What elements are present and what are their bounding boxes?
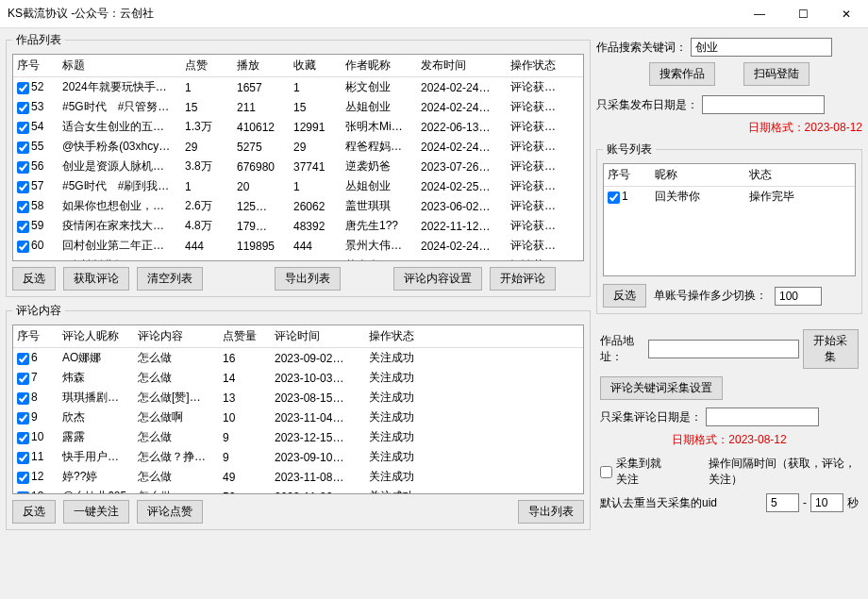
table-row[interactable]: 522024年就要玩快手…116571彬文创业2024-02-24…评论获… bbox=[13, 77, 583, 98]
column-header[interactable]: 点赞 bbox=[181, 55, 233, 77]
column-header[interactable]: 昵称 bbox=[651, 164, 745, 187]
clear-list-button[interactable]: 清空列表 bbox=[137, 267, 203, 291]
accounts-invert-button[interactable]: 反选 bbox=[603, 284, 646, 308]
column-header[interactable]: 评论人昵称 bbox=[58, 325, 134, 348]
interval-unit: 秒 bbox=[847, 495, 859, 511]
keyword-label: 作品搜索关键词： bbox=[596, 40, 687, 56]
row-checkbox[interactable] bbox=[17, 141, 29, 154]
publish-date-label: 只采集发布日期是： bbox=[596, 97, 698, 113]
table-row[interactable]: 53#5G时代 #只管努…1521115丛姐创业2024-02-24…评论获… bbox=[13, 97, 583, 117]
works-list-group: 作品列表 序号标题点赞播放收藏作者昵称发布时间操作状态 522024年就要玩快手… bbox=[6, 32, 591, 297]
column-header[interactable]: 点赞量 bbox=[219, 325, 271, 348]
comments-table-container[interactable]: 序号评论人昵称评论内容点赞量评论时间操作状态 6AO娜娜怎么做162023-09… bbox=[12, 324, 584, 494]
one-click-follow-button[interactable]: 一键关注 bbox=[63, 500, 129, 524]
table-row[interactable]: 56创业是资源人脉机…3.8万67698037741逆袭奶爸2023-07-26… bbox=[13, 157, 583, 176]
row-checkbox[interactable] bbox=[17, 353, 29, 365]
row-checkbox[interactable] bbox=[17, 181, 29, 193]
row-checkbox[interactable] bbox=[17, 221, 29, 233]
row-checkbox[interactable] bbox=[17, 491, 29, 494]
works-table-container[interactable]: 序号标题点赞播放收藏作者昵称发布时间操作状态 522024年就要玩快手…1165… bbox=[12, 54, 584, 261]
publish-date-input[interactable] bbox=[702, 95, 825, 114]
keyword-input[interactable] bbox=[691, 38, 832, 57]
table-row[interactable]: 55@快手粉条(03xhcy…29527529程爸程妈…2024-02-24…评… bbox=[13, 137, 583, 157]
follow-on-collect-checkbox[interactable]: 采集到就关注 bbox=[600, 456, 670, 488]
table-row[interactable]: 6AO娜娜怎么做162023-09-02…关注成功 bbox=[13, 348, 583, 369]
search-works-button[interactable]: 搜索作品 bbox=[649, 62, 715, 86]
accounts-table-container[interactable]: 序号昵称状态 1回关带你操作完毕 bbox=[603, 163, 856, 276]
column-header[interactable]: 操作状态 bbox=[365, 325, 583, 348]
table-row[interactable]: 10露露怎么做92023-12-15…关注成功 bbox=[13, 427, 583, 447]
row-checkbox[interactable] bbox=[17, 260, 29, 261]
column-header[interactable]: 序号 bbox=[604, 164, 651, 187]
interval-max-input[interactable] bbox=[810, 493, 843, 512]
window-title: KS截流协议 -公众号：云创社 bbox=[8, 6, 738, 22]
row-checkbox[interactable] bbox=[17, 161, 29, 174]
table-row[interactable]: 59疫情闲在家来找大…4.8万179…48392唐先生1??2022-11-12… bbox=[13, 216, 583, 236]
row-checkbox[interactable] bbox=[17, 392, 29, 405]
comments-list-legend: 评论内容 bbox=[12, 303, 65, 319]
table-row[interactable]: 8琪琪播剧…怎么做[赞]…132023-08-15…关注成功 bbox=[13, 388, 583, 408]
row-checkbox[interactable] bbox=[17, 432, 29, 444]
row-checkbox[interactable] bbox=[17, 412, 29, 424]
works-table: 序号标题点赞播放收藏作者昵称发布时间操作状态 522024年就要玩快手…1165… bbox=[13, 55, 583, 261]
comment-keyword-settings-button[interactable]: 评论关键词采集设置 bbox=[600, 376, 723, 400]
row-checkbox[interactable] bbox=[17, 452, 29, 464]
column-header[interactable]: 发布时间 bbox=[417, 55, 507, 77]
table-row[interactable]: 58如果你也想创业，…2.6万125…26062盖世琪琪2023-06-02…评… bbox=[13, 196, 583, 216]
table-row[interactable]: 12婷??婷怎么做492023-11-08…关注成功 bbox=[13, 467, 583, 487]
accounts-group: 账号列表 序号昵称状态 1回关带你操作完毕 反选 单账号操作多少切换： bbox=[596, 141, 862, 314]
table-row[interactable]: 9欣杰怎么做啊102023-11-04…关注成功 bbox=[13, 408, 583, 427]
switch-label: 单账号操作多少切换： bbox=[654, 288, 767, 304]
row-checkbox[interactable] bbox=[17, 201, 29, 213]
table-row[interactable]: 7炜森怎么做142023-10-03…关注成功 bbox=[13, 368, 583, 388]
interval-label: 操作间隔时间（获取，评论，关注） bbox=[709, 456, 859, 488]
works-list-legend: 作品列表 bbox=[12, 32, 65, 48]
comments-list-group: 评论内容 序号评论人昵称评论内容点赞量评论时间操作状态 6AO娜娜怎么做1620… bbox=[6, 303, 591, 530]
comment-date-input[interactable] bbox=[706, 408, 819, 426]
export-comments-button[interactable]: 导出列表 bbox=[518, 500, 584, 524]
table-row[interactable]: 1回关带你操作完毕 bbox=[604, 187, 855, 208]
table-row[interactable]: 61#农村创业好项目…1158511菌夫人2024-02-24…评论获… bbox=[13, 256, 583, 261]
column-header[interactable]: 状态 bbox=[745, 164, 855, 187]
column-header[interactable]: 操作状态 bbox=[507, 55, 583, 77]
row-checkbox[interactable] bbox=[17, 122, 29, 134]
column-header[interactable]: 序号 bbox=[13, 325, 58, 348]
column-header[interactable]: 序号 bbox=[13, 55, 58, 77]
column-header[interactable]: 标题 bbox=[58, 55, 181, 77]
scan-login-button[interactable]: 扫码登陆 bbox=[743, 62, 810, 86]
column-header[interactable]: 播放 bbox=[233, 55, 290, 77]
table-row[interactable]: 54适合女生创业的五…1.3万41061212991张明木Mi…2022-06-… bbox=[13, 117, 583, 137]
export-works-button[interactable]: 导出列表 bbox=[275, 267, 341, 291]
column-header[interactable]: 评论内容 bbox=[134, 325, 219, 348]
table-row[interactable]: 13@么妹儿605怎么做，562023-11-06…关注成功 bbox=[13, 487, 583, 494]
interval-min-input[interactable] bbox=[766, 493, 799, 512]
row-checkbox[interactable] bbox=[17, 102, 29, 114]
start-collect-button[interactable]: 开始采集 bbox=[803, 329, 859, 369]
work-addr-label: 作品地址： bbox=[600, 333, 644, 365]
table-row[interactable]: 11快手用户…怎么做？挣…92023-09-10…关注成功 bbox=[13, 447, 583, 467]
maximize-button[interactable]: ☐ bbox=[781, 0, 825, 28]
table-row[interactable]: 60回村创业第二年正…444119895444景州大伟…2024-02-24…评… bbox=[13, 236, 583, 256]
column-header[interactable]: 评论时间 bbox=[271, 325, 365, 348]
switch-count-input[interactable] bbox=[775, 287, 822, 306]
like-comments-button[interactable]: 评论点赞 bbox=[137, 500, 203, 524]
row-checkbox[interactable] bbox=[17, 82, 29, 94]
get-comments-button[interactable]: 获取评论 bbox=[63, 267, 129, 291]
publish-date-hint: 日期格式：2023-08-12 bbox=[748, 120, 862, 136]
works-invert-button[interactable]: 反选 bbox=[12, 267, 56, 291]
start-comment-button[interactable]: 开始评论 bbox=[490, 267, 556, 291]
comments-table: 序号评论人昵称评论内容点赞量评论时间操作状态 6AO娜娜怎么做162023-09… bbox=[13, 325, 583, 494]
comment-date-label: 只采集评论日期是： bbox=[600, 409, 702, 425]
column-header[interactable]: 作者昵称 bbox=[342, 55, 417, 77]
minimize-button[interactable]: — bbox=[738, 0, 781, 28]
close-button[interactable]: ✕ bbox=[825, 0, 868, 28]
table-row[interactable]: 57#5G时代 #刷到我…1201丛姐创业2024-02-25…评论获… bbox=[13, 176, 583, 196]
column-header[interactable]: 收藏 bbox=[290, 55, 342, 77]
row-checkbox[interactable] bbox=[17, 241, 29, 253]
work-addr-input[interactable] bbox=[648, 340, 799, 358]
comments-invert-button[interactable]: 反选 bbox=[12, 500, 56, 524]
row-checkbox[interactable] bbox=[17, 373, 29, 385]
row-checkbox[interactable] bbox=[608, 191, 620, 204]
row-checkbox[interactable] bbox=[17, 472, 29, 484]
comment-settings-button[interactable]: 评论内容设置 bbox=[393, 267, 482, 291]
